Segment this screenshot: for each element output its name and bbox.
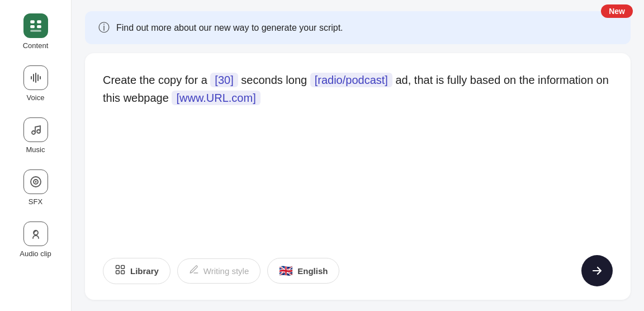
sidebar-item-audio-clip[interactable]: Audio clip (11, 215, 61, 265)
script-card: Create the copy for a [30] seconds long … (85, 53, 631, 300)
library-icon (115, 264, 126, 278)
svg-point-14 (35, 181, 36, 183)
library-label: Library (130, 266, 159, 276)
svg-rect-16 (116, 265, 120, 268)
svg-rect-7 (35, 73, 36, 83)
send-button[interactable] (581, 255, 613, 286)
audio-clip-icon (23, 222, 48, 246)
writing-style-icon (189, 265, 199, 277)
toolbar: Library Writing style 🇬🇧 English (103, 255, 613, 286)
sfx-icon (23, 169, 48, 194)
music-icon (23, 117, 48, 142)
svg-rect-1 (37, 20, 41, 23)
sidebar-item-audioclip-label: Audio clip (20, 249, 51, 258)
language-flag: 🇬🇧 (279, 264, 293, 277)
writing-style-label: Writing style (203, 266, 249, 276)
svg-rect-17 (121, 265, 125, 268)
sidebar-item-music-label: Music (26, 145, 45, 154)
info-banner-text: Find out more about our new way to gener… (116, 23, 343, 33)
svg-point-10 (32, 131, 35, 134)
svg-rect-19 (121, 270, 125, 274)
library-button[interactable]: Library (103, 258, 171, 284)
writing-style-button[interactable]: Writing style (177, 258, 261, 284)
svg-point-11 (37, 130, 40, 133)
sidebar-item-music[interactable]: Music (11, 111, 61, 161)
sidebar-item-content-label: Content (23, 41, 49, 50)
svg-rect-3 (37, 25, 41, 28)
svg-rect-5 (31, 76, 32, 79)
content-icon (23, 13, 48, 38)
svg-rect-4 (30, 30, 41, 32)
script-duration[interactable]: [30] (210, 73, 238, 87)
svg-rect-18 (116, 270, 120, 274)
new-badge: New (601, 4, 633, 18)
send-icon (590, 264, 604, 277)
script-middle1: seconds long (241, 74, 307, 86)
sidebar: Content Voice Music (0, 0, 72, 311)
sidebar-item-content[interactable]: Content (11, 7, 61, 56)
info-icon: ⓘ (98, 20, 110, 35)
script-url[interactable]: [www.URL.com] (172, 91, 260, 105)
svg-rect-0 (30, 20, 35, 23)
voice-icon (23, 65, 48, 90)
svg-rect-6 (33, 74, 34, 82)
language-button[interactable]: 🇬🇧 English (267, 258, 339, 284)
language-label: English (297, 266, 328, 276)
script-ad-type[interactable]: [radio/podcast] (310, 73, 392, 87)
sidebar-item-sfx-label: SFX (29, 197, 42, 206)
sidebar-item-voice[interactable]: Voice (11, 59, 61, 109)
svg-rect-9 (40, 76, 41, 79)
main-content: New ⓘ Find out more about our new way to… (72, 0, 644, 311)
info-banner: ⓘ Find out more about our new way to gen… (85, 11, 631, 44)
sidebar-item-voice-label: Voice (27, 93, 45, 102)
svg-rect-8 (37, 74, 39, 81)
sidebar-item-sfx[interactable]: SFX (11, 163, 61, 213)
svg-rect-2 (30, 25, 35, 28)
script-text: Create the copy for a [30] seconds long … (103, 71, 613, 242)
script-prefix: Create the copy for a (103, 74, 207, 86)
